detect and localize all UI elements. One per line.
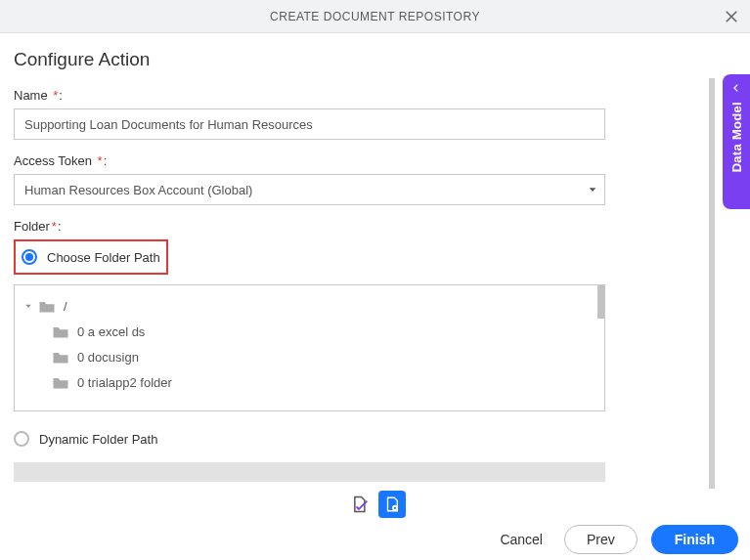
folder-icon	[52, 375, 69, 389]
dialog-title: CREATE DOCUMENT REPOSITORY	[270, 10, 480, 23]
tree-root-row[interactable]: /	[24, 293, 595, 319]
access-token-label: Access Token *:	[14, 153, 703, 168]
tree-item-label: 0 a excel ds	[77, 324, 145, 339]
name-input[interactable]	[14, 108, 605, 140]
toolbar	[0, 488, 750, 521]
cancel-button[interactable]: Cancel	[492, 526, 551, 553]
dialog-header: CREATE DOCUMENT REPOSITORY	[0, 0, 750, 33]
document-check-icon[interactable]	[345, 491, 373, 518]
tree-root-label: /	[64, 299, 67, 314]
folder-label: Folder*:	[14, 219, 703, 234]
chevron-left-icon	[731, 82, 741, 96]
folder-icon	[38, 299, 56, 313]
access-token-select[interactable]	[14, 174, 605, 205]
close-icon[interactable]	[723, 8, 740, 25]
choose-folder-highlight: Choose Folder Path	[14, 239, 168, 275]
footer: Cancel Prev Finish	[0, 523, 738, 556]
finish-button[interactable]: Finish	[651, 525, 738, 554]
tree-item[interactable]: 0 docusign	[24, 344, 595, 369]
document-settings-icon[interactable]	[378, 491, 406, 518]
tree-item[interactable]: 0 a excel ds	[24, 319, 595, 344]
folder-tree[interactable]: / 0 a excel ds 0 docusign 0 trialapp2 fo…	[14, 284, 605, 411]
svg-marker-3	[25, 305, 30, 308]
data-model-tab-label: Data Model	[729, 102, 744, 172]
folder-icon	[52, 350, 69, 364]
folder-icon	[52, 324, 69, 338]
prev-button[interactable]: Prev	[564, 525, 638, 554]
tree-scrollbar[interactable]	[597, 285, 604, 319]
section-title: Configure Action	[14, 49, 703, 70]
choose-folder-path-radio[interactable]: Choose Folder Path	[22, 245, 160, 269]
data-model-tab[interactable]: Data Model	[723, 74, 750, 209]
name-label: Name *:	[14, 88, 703, 103]
dynamic-folder-path-radio[interactable]: Dynamic Folder Path	[14, 427, 703, 451]
tree-item[interactable]: 0 trialapp2 folder	[24, 369, 595, 395]
caret-down-icon	[24, 302, 38, 310]
tree-item-label: 0 docusign	[77, 350, 139, 365]
dynamic-path-input-disabled	[14, 462, 605, 482]
tree-item-label: 0 trialapp2 folder	[77, 375, 172, 390]
scrollbar[interactable]	[709, 78, 715, 489]
svg-point-5	[393, 507, 395, 509]
